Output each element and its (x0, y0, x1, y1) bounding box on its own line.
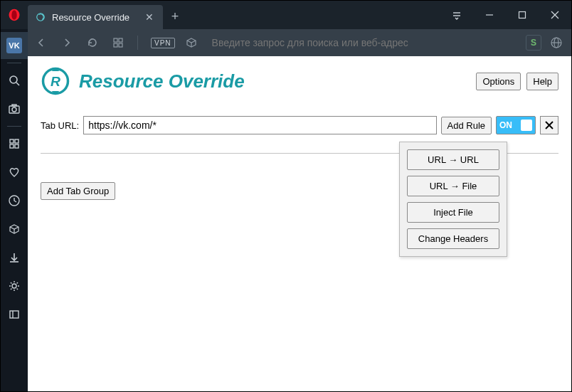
sidebar-bookmarks[interactable] (1, 159, 28, 186)
rule-url-to-file[interactable]: URL → File (407, 176, 499, 196)
svg-point-21 (12, 107, 16, 112)
vpn-badge[interactable]: VPN (151, 38, 175, 48)
svg-rect-25 (10, 144, 14, 148)
svg-point-18 (10, 76, 17, 83)
window-controls (440, 1, 571, 29)
svg-rect-22 (12, 105, 16, 106)
window-minimize-button[interactable] (473, 1, 506, 29)
vk-icon: VK (6, 38, 22, 53)
opera-icon (8, 9, 21, 21)
svg-rect-9 (114, 38, 117, 42)
remove-group-button[interactable] (540, 116, 558, 134)
nav-reload-button[interactable] (83, 33, 102, 52)
extension-badge[interactable]: S (526, 35, 541, 51)
add-tab-group-button[interactable]: Add Tab Group (41, 182, 115, 200)
browser-tab[interactable]: Resource Override ✕ (28, 5, 163, 29)
add-rule-button[interactable]: Add Rule (441, 117, 492, 134)
globe-icon[interactable] (547, 33, 566, 52)
rule-inject-file[interactable]: Inject File (407, 202, 499, 223)
nav-forward-button[interactable] (58, 33, 76, 52)
toggle-label: ON (499, 120, 512, 130)
sidebar-history[interactable] (1, 187, 28, 214)
titlebar: Resource Override ✕ + (1, 1, 571, 29)
address-input[interactable] (212, 37, 519, 48)
svg-rect-12 (119, 43, 122, 47)
window-maximize-button[interactable] (506, 1, 539, 29)
toggle-knob (521, 120, 532, 131)
rule-url-to-url[interactable]: URL → URL (407, 149, 499, 170)
svg-line-19 (16, 83, 19, 85)
tab-title: Resource Override (52, 12, 143, 23)
tab-url-label: Tab URL: (41, 120, 79, 131)
panel-icon (9, 309, 20, 320)
cube-icon (9, 223, 20, 235)
app-logo: R (41, 66, 70, 96)
svg-rect-10 (119, 38, 122, 42)
cube-icon[interactable] (182, 33, 201, 52)
help-button[interactable]: Help (526, 73, 558, 90)
tab-favicon (35, 11, 46, 23)
page-content: R Resource Override Options Help Tab URL… (28, 56, 571, 391)
search-icon (8, 74, 21, 87)
svg-rect-33 (10, 311, 18, 318)
svg-text:R: R (51, 74, 60, 89)
sidebar-settings[interactable] (1, 272, 28, 300)
opera-menu-button[interactable] (1, 1, 28, 29)
sidebar-panel-toggle[interactable] (1, 301, 28, 328)
add-rule-dropdown: URL → URL URL → File Inject File Change … (399, 142, 507, 257)
camera-icon (8, 102, 21, 115)
svg-point-1 (11, 10, 17, 20)
nav-speed-dial-button[interactable] (109, 33, 127, 52)
toggle-switch[interactable]: ON (496, 116, 536, 134)
window-close-button[interactable] (539, 1, 571, 29)
sidebar-extensions[interactable] (1, 216, 28, 243)
clock-icon (8, 194, 21, 207)
svg-point-32 (12, 284, 16, 288)
page-header: R Resource Override Options Help (41, 66, 558, 96)
sidebar-vk[interactable]: VK (1, 32, 28, 59)
svg-rect-24 (15, 139, 18, 143)
new-tab-button[interactable]: + (163, 4, 187, 29)
svg-rect-23 (10, 139, 14, 143)
sidebar-snapshot[interactable] (1, 95, 28, 122)
heart-icon (8, 166, 21, 179)
sidebar-search[interactable] (1, 67, 28, 94)
download-icon (8, 251, 21, 264)
page-title: Resource Override (79, 70, 467, 92)
address-bar: VPN S (1, 29, 571, 56)
svg-rect-11 (114, 43, 117, 47)
gear-icon (8, 280, 21, 292)
svg-rect-26 (15, 144, 18, 148)
tab-group: Tab URL: Add Rule ON URL → URL URL → Fil… (41, 116, 558, 154)
tab-url-input[interactable] (83, 116, 436, 134)
close-icon (544, 120, 554, 130)
sidebar: VK (1, 29, 28, 391)
rule-change-headers[interactable]: Change Headers (407, 228, 499, 249)
sidebar-speed-dial[interactable] (1, 130, 28, 157)
nav-back-button[interactable] (32, 33, 51, 52)
window-custom-icon[interactable] (440, 1, 473, 29)
svg-rect-6 (519, 12, 526, 18)
tab-close-icon[interactable]: ✕ (143, 11, 156, 23)
options-button[interactable]: Options (476, 73, 521, 90)
sidebar-downloads[interactable] (1, 244, 28, 271)
grid-icon (9, 138, 20, 149)
